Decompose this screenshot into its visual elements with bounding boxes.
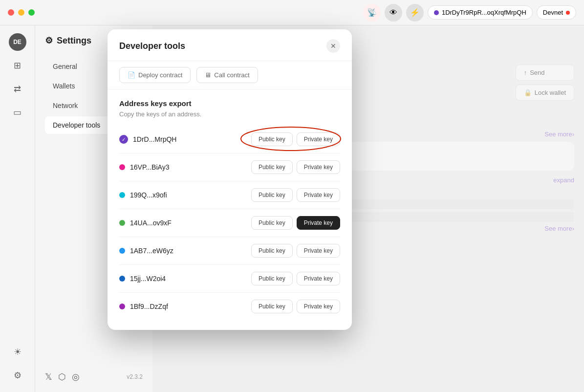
- public-key-btn-1[interactable]: Public key: [251, 132, 293, 146]
- check-icon: ✓: [122, 137, 126, 142]
- navbar-right: 📡 👁 ⚡ 1DrDyTr9RpR...oqXrqfMrpQH Devnet: [363, 4, 576, 22]
- address-info-3: 199Q...x9ofi: [119, 191, 167, 199]
- private-key-btn-2[interactable]: Private key: [297, 160, 340, 174]
- sidebar-item-transfer[interactable]: ⇄: [9, 80, 26, 98]
- lightning-icon-btn[interactable]: ⚡: [406, 4, 424, 22]
- address-text-4: 14UA...ov9xF: [130, 219, 172, 227]
- sidebar-item-layers[interactable]: ⊞: [9, 57, 26, 74]
- chevron-right-icon: ›: [572, 131, 574, 138]
- address-info-7: 1Bf9...DzZqf: [119, 303, 168, 310]
- send-up-icon: ↑: [524, 69, 527, 76]
- traffic-lights: [8, 9, 35, 16]
- private-key-btn-3[interactable]: Private key: [297, 188, 340, 202]
- address-dot-6: [119, 276, 125, 282]
- address-info-5: 1AB7...eW6yz: [119, 247, 173, 255]
- chevron-right-icon-2: ›: [572, 225, 574, 232]
- address-info-1: ✓ 1DrD...MrpQH: [119, 135, 176, 144]
- discord-icon[interactable]: ⬡: [58, 371, 66, 382]
- address-text-5: 1AB7...eW6yz: [130, 247, 173, 255]
- private-key-btn-7[interactable]: Private key: [297, 300, 340, 313]
- key-buttons-2: Public key Private key: [251, 160, 340, 174]
- public-key-btn-6[interactable]: Public key: [251, 272, 293, 285]
- key-buttons-5: Public key Private key: [251, 244, 340, 258]
- lock-icon: 🔒: [524, 89, 532, 96]
- key-buttons-7: Public key Private key: [251, 300, 340, 313]
- lock-wallet-button[interactable]: 🔒 Lock wallet: [516, 85, 574, 101]
- deploy-icon: 📄: [128, 71, 135, 79]
- public-key-btn-2[interactable]: Public key: [251, 160, 293, 174]
- navbar: 📡 👁 ⚡ 1DrDyTr9RpR...oqXrqfMrpQH Devnet: [0, 0, 584, 25]
- address-text-1: 1DrD...MrpQH: [133, 135, 176, 143]
- see-more-link-2[interactable]: See more: [544, 225, 572, 232]
- private-key-btn-6[interactable]: Private key: [297, 272, 340, 285]
- modal-header: Developer tools ✕: [108, 29, 352, 61]
- public-key-btn-5[interactable]: Public key: [251, 244, 293, 258]
- address-row-2: 16VP...BiAy3 Public key Private key: [119, 153, 340, 181]
- public-key-btn-7[interactable]: Public key: [251, 300, 293, 313]
- minimize-traffic-light[interactable]: [18, 9, 24, 16]
- lightning-icon: ⚡: [410, 8, 420, 17]
- address-row-5: 1AB7...eW6yz Public key Private key: [119, 237, 340, 265]
- navbar-left: [8, 9, 35, 16]
- call-contract-tab[interactable]: 🖥 Call contract: [196, 67, 258, 83]
- address-dot-4: [119, 220, 125, 226]
- github-icon[interactable]: ◎: [72, 371, 80, 382]
- address-row-3: 199Q...x9ofi Public key Private key: [119, 181, 340, 209]
- action-buttons: ↑ Send 🔒 Lock wallet: [516, 65, 574, 101]
- address-dot-7: [119, 304, 125, 309]
- address-row-1: ✓ 1DrD...MrpQH Public key Private key: [119, 126, 340, 153]
- no-network-icon-btn[interactable]: 📡: [363, 4, 381, 22]
- sidebar-item-settings[interactable]: ⚙: [9, 367, 26, 384]
- modal-title: Developer tools: [119, 41, 185, 51]
- address-dot-5: [119, 248, 125, 254]
- network-label: Devnet: [543, 9, 563, 16]
- address-text-3: 199Q...x9ofi: [130, 191, 167, 199]
- sidebar: DE ⊞ ⇄ ▭ ☀ ⚙: [0, 25, 35, 392]
- modal-close-button[interactable]: ✕: [326, 39, 340, 53]
- send-button[interactable]: ↑ Send: [516, 65, 574, 81]
- settings-gear-icon: ⚙: [45, 35, 53, 46]
- no-network-icon: 📡: [367, 8, 377, 17]
- address-text-7: 1Bf9...DzZqf: [130, 303, 168, 310]
- key-buttons-4: Public key Private key: [251, 216, 340, 230]
- address-keys-desc: Copy the keys of an address.: [119, 110, 340, 118]
- expand-link[interactable]: expand: [553, 176, 574, 184]
- network-pill[interactable]: Devnet: [537, 5, 576, 20]
- address-row-4: 14UA...ov9xF Public key Private key: [119, 209, 340, 237]
- address-text-2: 16VP...BiAy3: [130, 163, 169, 171]
- address-info-6: 15jj...W2oi4: [119, 275, 166, 283]
- version-text: v2.3.2: [127, 373, 143, 380]
- see-more-link[interactable]: See more: [544, 131, 572, 138]
- settings-footer: 𝕏 ⬡ ◎ v2.3.2: [45, 371, 143, 382]
- close-icon: ✕: [330, 42, 336, 50]
- eye-icon: 👁: [389, 8, 397, 17]
- address-keys-title: Address keys export: [119, 99, 340, 108]
- wallet-dot: [434, 10, 439, 15]
- sidebar-item-wallet[interactable]: ▭: [9, 104, 26, 121]
- private-key-btn-4[interactable]: Private key: [297, 216, 340, 230]
- address-list: ✓ 1DrD...MrpQH Public key Private key: [119, 126, 340, 320]
- key-buttons-6: Public key Private key: [251, 272, 340, 285]
- wallet-address-pill[interactable]: 1DrDyTr9RpR...oqXrqfMrpQH: [428, 5, 533, 20]
- private-key-btn-5[interactable]: Private key: [297, 244, 340, 258]
- address-text-6: 15jj...W2oi4: [130, 275, 166, 283]
- public-key-btn-4[interactable]: Public key: [251, 216, 293, 230]
- private-key-btn-1[interactable]: Private key: [297, 132, 340, 146]
- wallet-address-label: 1DrDyTr9RpR...oqXrqfMrpQH: [442, 9, 526, 16]
- deploy-contract-tab[interactable]: 📄 Deploy contract: [119, 67, 191, 83]
- public-key-btn-3[interactable]: Public key: [251, 188, 293, 202]
- sidebar-bottom: ☀ ⚙: [9, 343, 26, 384]
- key-buttons-3: Public key Private key: [251, 188, 340, 202]
- address-dot-2: [119, 164, 125, 170]
- address-info-4: 14UA...ov9xF: [119, 219, 172, 227]
- eye-icon-btn[interactable]: 👁: [385, 4, 402, 22]
- close-traffic-light[interactable]: [8, 9, 14, 16]
- maximize-traffic-light[interactable]: [28, 9, 35, 16]
- devtools-modal: Developer tools ✕ 📄 Deploy contract 🖥 Ca…: [108, 29, 352, 330]
- avatar[interactable]: DE: [9, 33, 26, 51]
- twitter-icon[interactable]: 𝕏: [45, 371, 52, 382]
- modal-tabs: 📄 Deploy contract 🖥 Call contract: [108, 61, 352, 89]
- sidebar-item-theme[interactable]: ☀: [9, 343, 26, 361]
- social-icons: 𝕏 ⬡ ◎: [45, 371, 80, 382]
- key-buttons-1: Public key Private key: [251, 132, 340, 146]
